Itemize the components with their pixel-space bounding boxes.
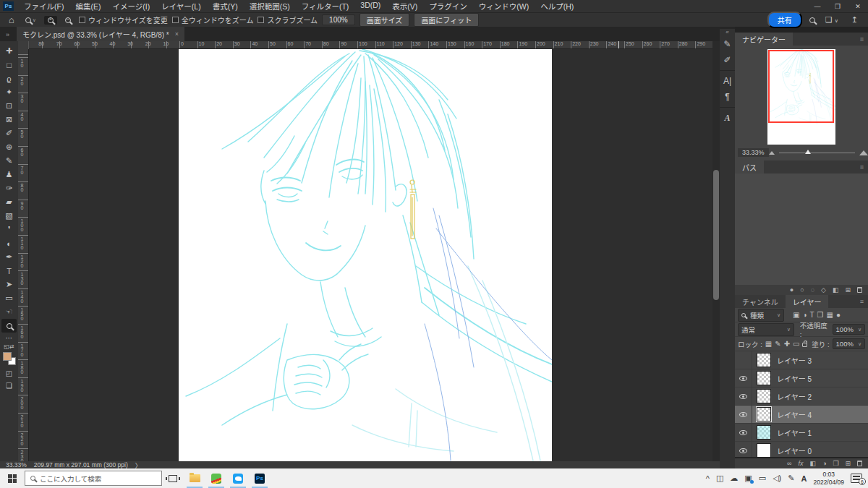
new-path-icon[interactable]: ⊞: [845, 286, 851, 294]
export-icon[interactable]: ↥: [848, 15, 861, 25]
path-selection-tool[interactable]: ➤: [1, 278, 17, 291]
menu-item-2[interactable]: イメージ(I): [106, 0, 156, 12]
tab-paths[interactable]: パス: [735, 160, 764, 174]
tab-navigator[interactable]: ナビゲーター: [735, 33, 793, 46]
bluestacks-button[interactable]: [205, 468, 227, 488]
type-tool[interactable]: T: [1, 264, 17, 278]
home-icon[interactable]: ⌂: [6, 14, 17, 25]
horizontal-ruler[interactable]: 8070605040302010010203040506070809010011…: [29, 41, 718, 49]
fill-dropdown[interactable]: 100%∨: [833, 338, 865, 349]
lock-all-icon[interactable]: [802, 343, 807, 347]
status-zoom-level[interactable]: 33.33%: [6, 461, 27, 468]
menu-item-7[interactable]: 3D(D): [354, 0, 386, 12]
device-icon[interactable]: ◫: [716, 474, 723, 483]
zoom-out-toggle[interactable]: −: [61, 16, 75, 25]
spot-healing-tool[interactable]: ⊕: [1, 140, 17, 154]
menu-item-6[interactable]: フィルター(T): [296, 0, 355, 12]
menu-item-11[interactable]: ヘルプ(H): [535, 0, 579, 12]
vertical-scrollbar[interactable]: [712, 41, 720, 461]
ime-mode-icon[interactable]: A: [801, 474, 807, 483]
history-brush-tool[interactable]: ✑: [1, 181, 17, 195]
lock-move-icon[interactable]: ✚: [784, 340, 790, 348]
zoom-in-toggle[interactable]: +: [44, 16, 57, 25]
navigator-view-box[interactable]: [768, 50, 834, 123]
fit-on-screen-button[interactable]: 画面にフィット: [414, 13, 479, 27]
frame-tool[interactable]: ⊠: [1, 113, 17, 127]
glyphs-panel-icon[interactable]: A: [720, 110, 735, 126]
layer-thumbnail[interactable]: [757, 371, 771, 385]
layer-thumbnail[interactable]: [757, 443, 771, 457]
menu-item-1[interactable]: 編集(E): [69, 0, 106, 12]
new-group-icon[interactable]: ❒: [833, 460, 838, 467]
canvas[interactable]: [179, 49, 552, 461]
eraser-tool[interactable]: ▰: [1, 195, 17, 209]
character-panel-icon[interactable]: A|: [720, 73, 735, 89]
taskbar-clock[interactable]: 0:03 2022/04/09: [813, 471, 844, 486]
restore-button[interactable]: ❐: [827, 0, 848, 12]
navigator-thumbnail[interactable]: [767, 49, 835, 145]
paths-menu-icon[interactable]: ≡: [860, 163, 864, 171]
task-view-button[interactable]: [162, 468, 184, 488]
navigator-zoom-slider-thumb[interactable]: [805, 150, 811, 154]
taskbar-search-input[interactable]: ここに入力して検索: [25, 471, 162, 486]
blur-tool[interactable]: ❜: [1, 223, 17, 236]
quick-mask-icon[interactable]: ◰: [6, 369, 12, 377]
brushes-panel-icon[interactable]: ✐: [720, 52, 735, 68]
layer-row[interactable]: レイヤー 5: [735, 369, 868, 388]
zoom-in-mountain-icon[interactable]: [859, 150, 868, 155]
swap-colors-icon[interactable]: ◱⇄: [4, 343, 14, 351]
brush-tool[interactable]: ✎: [1, 154, 17, 168]
hidden-icons-chevron[interactable]: ^: [706, 474, 710, 483]
path-as-selection-icon[interactable]: ◌: [811, 286, 814, 294]
clone-stamp-tool[interactable]: ♟: [1, 168, 17, 181]
menu-item-5[interactable]: 選択範囲(S): [244, 0, 296, 12]
fill-path-icon[interactable]: ●: [790, 286, 793, 294]
zoom-100-button[interactable]: 100%: [322, 14, 355, 25]
foreground-color-swatch[interactable]: [3, 352, 12, 361]
visibility-toggle[interactable]: [735, 406, 752, 423]
layer-filter-dropdown[interactable]: 種類 ∨: [738, 309, 784, 322]
tab-close-icon[interactable]: ×: [175, 30, 179, 38]
zoom-all-windows-checkbox[interactable]: 全ウィンドウをズーム: [172, 14, 254, 25]
layer-row[interactable]: レイヤー 4: [735, 406, 868, 424]
filter-adjustment-layers-icon[interactable]: ◑: [802, 311, 807, 319]
visibility-toggle[interactable]: [735, 442, 752, 457]
quick-selection-tool[interactable]: ✦: [1, 85, 17, 99]
selection-as-path-icon[interactable]: ◇: [821, 286, 826, 294]
delete-layer-icon[interactable]: [857, 461, 862, 466]
marquee-tool[interactable]: □: [1, 58, 17, 72]
move-tool[interactable]: ✚: [1, 44, 17, 58]
document-tab[interactable]: モクレン.psd @ 33.3% (レイヤー 4, RGB/8) * ×: [17, 27, 184, 41]
layer-row[interactable]: レイヤー 0: [735, 442, 868, 457]
brush-settings-panel-icon[interactable]: ✎: [720, 36, 735, 52]
zoom-tool[interactable]: [1, 319, 17, 333]
vertical-scrollbar-thumb[interactable]: [713, 170, 719, 300]
speaker-icon[interactable]: ◁): [773, 474, 781, 483]
delete-path-icon[interactable]: [857, 287, 862, 293]
vertical-ruler[interactable]: 1020304050607080901001101201301401501601…: [18, 49, 29, 461]
tab-overflow-chevron[interactable]: »: [0, 31, 17, 41]
tab-layers[interactable]: レイヤー: [786, 295, 829, 308]
rectangle-tool[interactable]: ▭: [1, 291, 17, 305]
layer-thumbnail[interactable]: [757, 353, 771, 367]
pen-icon[interactable]: ✎: [788, 474, 794, 483]
filter-toggle-icon[interactable]: ●: [836, 311, 841, 319]
menu-item-10[interactable]: ウィンドウ(W): [473, 0, 535, 12]
minimize-button[interactable]: —: [807, 0, 827, 12]
layer-thumbnail[interactable]: [757, 425, 771, 440]
layer-style-fx-icon[interactable]: fx: [798, 460, 803, 467]
close-button[interactable]: ✕: [848, 0, 868, 12]
screen-mode-icon[interactable]: ❏: [6, 382, 12, 390]
layers-menu-icon[interactable]: ≡: [860, 298, 864, 305]
opacity-dropdown[interactable]: 100%∨: [833, 324, 865, 335]
layer-row[interactable]: レイヤー 3: [735, 351, 868, 369]
paragraph-panel-icon[interactable]: ¶: [720, 89, 735, 105]
layer-row[interactable]: レイヤー 1: [735, 424, 868, 442]
share-button[interactable]: 共有: [767, 12, 802, 28]
lock-artboard-icon[interactable]: ▭: [793, 340, 799, 348]
expand-panels-icon[interactable]: «: [726, 29, 728, 36]
menu-item-9[interactable]: プラグイン: [423, 0, 473, 12]
menu-item-4[interactable]: 書式(Y): [207, 0, 244, 12]
scrubby-zoom-checkbox[interactable]: スクラブズーム: [258, 14, 318, 25]
new-layer-icon[interactable]: ⊞: [845, 460, 851, 467]
